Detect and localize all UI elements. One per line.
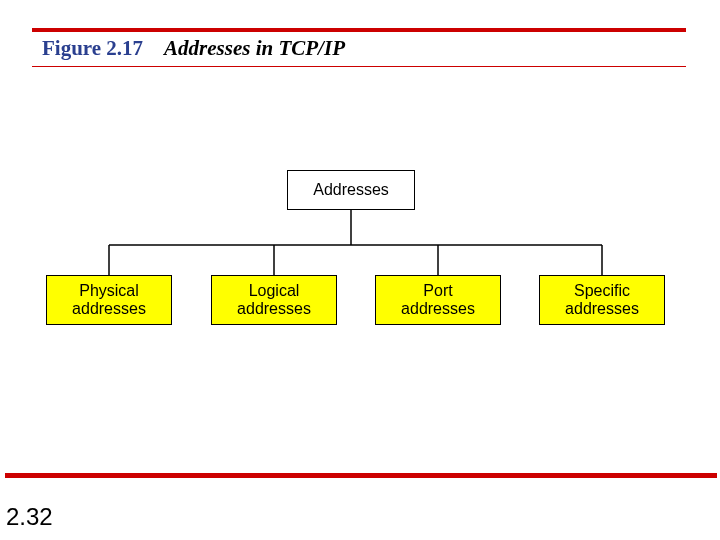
child-node-label: Physical addresses (51, 282, 167, 319)
header-rule-thin (32, 66, 686, 67)
page-number: 2.32 (6, 503, 53, 531)
figure-number: Figure 2.17 (42, 36, 143, 60)
child-node-port: Port addresses (375, 275, 501, 325)
root-node-label: Addresses (292, 181, 410, 199)
root-node-addresses: Addresses (287, 170, 415, 210)
header-region: Figure 2.17 Addresses in TCP/IP (32, 28, 686, 67)
footer-rule (5, 473, 717, 478)
header-rule-thick (32, 28, 686, 32)
child-node-specific: Specific addresses (539, 275, 665, 325)
hierarchy-diagram: Addresses Physical addresses Logical add… (38, 170, 680, 355)
child-node-label: Port addresses (380, 282, 496, 319)
child-node-label: Specific addresses (544, 282, 660, 319)
child-node-logical: Logical addresses (211, 275, 337, 325)
child-node-physical: Physical addresses (46, 275, 172, 325)
child-node-label: Logical addresses (216, 282, 332, 319)
figure-title: Addresses in TCP/IP (164, 36, 345, 60)
figure-heading: Figure 2.17 Addresses in TCP/IP (42, 36, 345, 61)
